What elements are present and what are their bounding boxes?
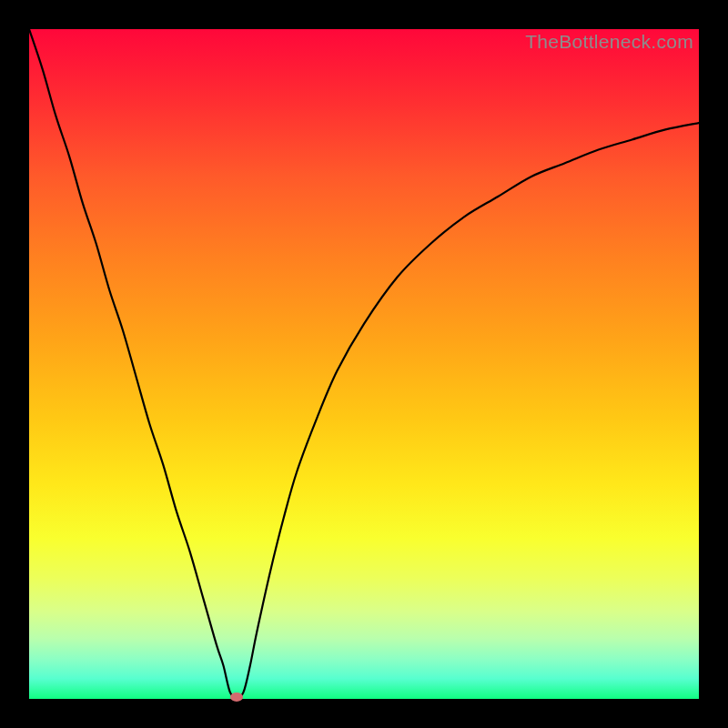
chart-frame: TheBottleneck.com <box>0 0 728 728</box>
minimum-marker <box>230 693 243 702</box>
watermark-text: TheBottleneck.com <box>525 31 693 53</box>
plot-area: TheBottleneck.com <box>29 29 699 699</box>
bottleneck-curve <box>29 29 699 699</box>
